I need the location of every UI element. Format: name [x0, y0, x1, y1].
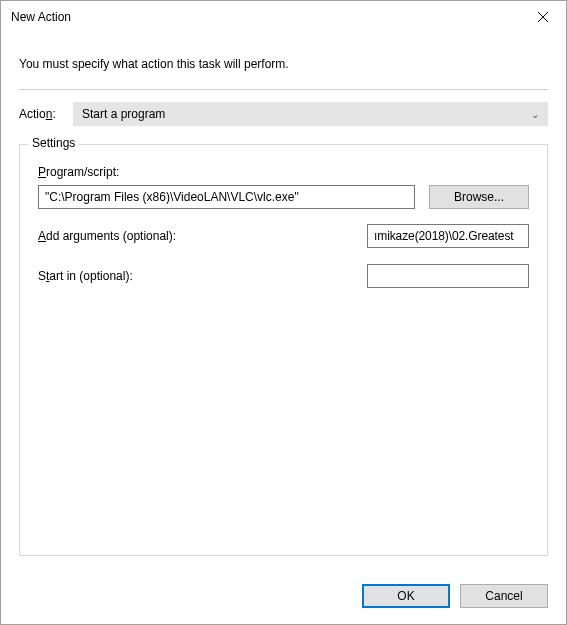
program-input[interactable]	[38, 185, 415, 209]
program-row: Browse...	[38, 185, 529, 209]
settings-group-title: Settings	[28, 136, 79, 150]
button-bar: OK Cancel	[1, 570, 566, 624]
action-select[interactable]: Start a program ⌄	[73, 102, 548, 126]
action-row: Action: Start a program ⌄	[19, 102, 548, 126]
startin-row: Start in (optional):	[38, 263, 529, 289]
action-selected-value: Start a program	[82, 107, 165, 121]
dialog-window: New Action You must specify what action …	[0, 0, 567, 625]
action-label: Action:	[19, 107, 63, 121]
close-icon	[538, 12, 548, 22]
arguments-input[interactable]	[367, 224, 529, 248]
program-label: Program/script:	[38, 165, 529, 179]
close-button[interactable]	[520, 1, 566, 33]
window-title: New Action	[11, 10, 520, 24]
ok-button[interactable]: OK	[362, 584, 450, 608]
divider	[19, 89, 548, 90]
dialog-content: You must specify what action this task w…	[1, 33, 566, 570]
arguments-row: Add arguments (optional):	[38, 223, 529, 249]
settings-group: Settings Program/script: Browse... Add a…	[19, 144, 548, 556]
cancel-button[interactable]: Cancel	[460, 584, 548, 608]
startin-input[interactable]	[367, 264, 529, 288]
arguments-label: Add arguments (optional):	[38, 229, 176, 243]
browse-button[interactable]: Browse...	[429, 185, 529, 209]
titlebar: New Action	[1, 1, 566, 33]
chevron-down-icon: ⌄	[531, 109, 539, 120]
instruction-text: You must specify what action this task w…	[19, 57, 548, 71]
startin-label: Start in (optional):	[38, 269, 133, 283]
